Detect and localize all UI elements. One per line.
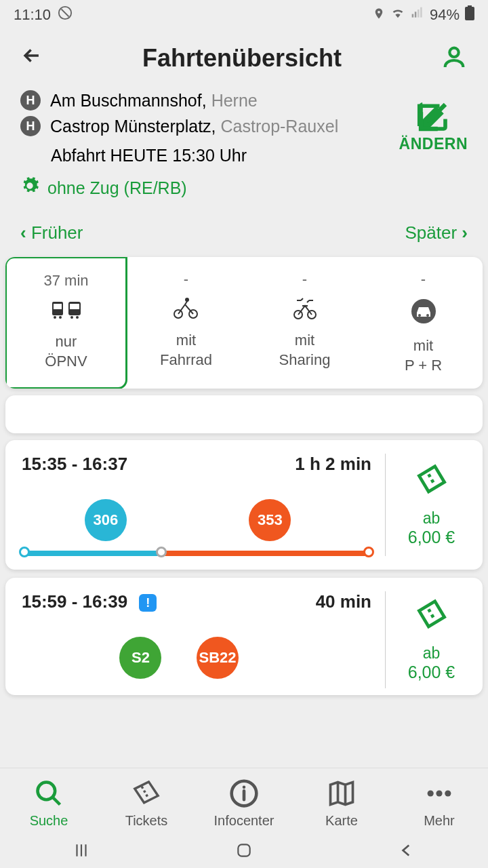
status-time: 11:10	[14, 6, 51, 24]
svg-point-25	[426, 314, 429, 317]
trip-result[interactable]: 15:35 - 16:37 1 h 2 min 306 353 ab 6,00 …	[5, 440, 483, 570]
later-button[interactable]: Später ›	[405, 222, 468, 243]
svg-rect-5	[420, 7, 422, 18]
chevron-right-icon: ›	[457, 222, 468, 243]
mode-tab-opnv[interactable]: 37 min nurÖPNV	[5, 257, 127, 389]
map-icon	[293, 778, 390, 809]
trip-result[interactable]: 15:59 - 16:39 ! 40 min S2 SB22 ab 6,00 €	[5, 578, 483, 695]
wifi-icon	[390, 5, 405, 24]
svg-rect-11	[54, 304, 62, 309]
stop-badge-from: H	[20, 90, 41, 111]
trip-progress-bar	[22, 551, 371, 556]
nav-more[interactable]: Mehr	[390, 778, 488, 829]
more-icon	[390, 778, 488, 809]
trip-price[interactable]: ab 6,00 €	[385, 454, 466, 556]
svg-point-17	[76, 316, 79, 319]
trip-lines: 306 353	[22, 499, 371, 544]
nav-infocenter[interactable]: Infocenter	[195, 778, 293, 829]
mode-tab-pr[interactable]: - mitP + R	[364, 257, 483, 389]
status-app-icon	[58, 5, 73, 24]
page-title: Fahrtenübersicht	[142, 44, 342, 73]
battery-icon	[465, 5, 474, 24]
svg-point-12	[54, 316, 56, 319]
svg-rect-3	[415, 12, 417, 17]
battery-text: 94%	[430, 6, 460, 24]
trip-duration: 1 h 2 min	[295, 454, 371, 475]
mode-tabs: 37 min nurÖPNV - mitFahrrad - mitSharing…	[5, 257, 483, 389]
system-nav	[0, 835, 488, 868]
gear-icon	[20, 176, 39, 199]
ticket-icon	[396, 598, 466, 639]
trip-times: 15:59 - 16:39	[22, 591, 127, 612]
trip-price[interactable]: ab 6,00 €	[385, 591, 466, 688]
tickets-icon	[98, 778, 195, 809]
line-badge: S2	[119, 637, 161, 679]
trip-times: 15:35 - 16:37	[22, 454, 127, 475]
signal-icon	[411, 6, 424, 24]
trip-lines: S2 SB22	[22, 637, 371, 682]
edit-icon	[399, 98, 468, 138]
svg-point-16	[70, 316, 73, 319]
svg-rect-31	[238, 844, 249, 856]
trip-duration: 40 min	[316, 591, 371, 612]
bike-icon	[132, 298, 240, 324]
svg-point-13	[59, 316, 62, 319]
svg-point-20	[185, 298, 189, 302]
sharing-icon	[251, 298, 359, 324]
svg-point-8	[449, 48, 458, 57]
svg-rect-7	[468, 5, 472, 7]
svg-point-24	[418, 314, 421, 317]
search-icon	[0, 778, 98, 809]
status-bar: 11:10 94%	[0, 0, 488, 30]
bottom-nav: Suche Tickets Infocenter Karte Mehr	[0, 768, 488, 835]
line-badge: 353	[249, 499, 291, 541]
from-stop: Am Buschmannshof, Herne	[50, 91, 258, 111]
earlier-button[interactable]: ‹ Früher	[20, 222, 83, 243]
car-icon	[369, 298, 477, 330]
sys-recents[interactable]	[39, 842, 124, 862]
app-header: Fahrtenübersicht	[0, 30, 488, 80]
nav-map[interactable]: Karte	[293, 778, 390, 829]
sys-back[interactable]	[364, 842, 449, 862]
filter-row[interactable]: ohne Zug (RE/RB)	[20, 176, 468, 199]
to-stop: Castrop Münsterplatz, Castrop-Rauxel	[50, 117, 338, 136]
mode-tab-fahrrad[interactable]: - mitFahrrad	[127, 257, 245, 389]
nav-search[interactable]: Suche	[0, 778, 98, 829]
alert-icon: !	[139, 594, 157, 612]
info-icon	[195, 778, 293, 809]
route-summary: H Am Buschmannshof, Herne H Castrop Müns…	[0, 80, 488, 213]
svg-rect-4	[418, 9, 420, 18]
spacer-card	[5, 395, 483, 433]
mode-tab-sharing[interactable]: - mitSharing	[245, 257, 364, 389]
line-badge: 306	[85, 499, 127, 541]
location-icon	[373, 6, 385, 24]
line-badge: SB22	[197, 637, 239, 679]
svg-point-30	[445, 790, 451, 796]
profile-button[interactable]	[441, 43, 468, 73]
svg-rect-15	[70, 304, 79, 309]
filter-text: ohne Zug (RE/RB)	[47, 178, 187, 198]
svg-rect-6	[465, 7, 474, 20]
edit-route-button[interactable]: ÄNDERN	[399, 98, 468, 153]
stop-badge-to: H	[20, 116, 41, 136]
nav-tickets[interactable]: Tickets	[98, 778, 195, 829]
svg-point-28	[428, 790, 434, 796]
chevron-left-icon: ‹	[20, 222, 31, 243]
edit-label: ÄNDERN	[399, 135, 468, 153]
back-button[interactable]	[20, 44, 43, 73]
tram-bus-icon	[12, 299, 120, 326]
svg-rect-2	[412, 14, 414, 18]
svg-point-29	[436, 790, 442, 796]
svg-point-26	[38, 783, 56, 800]
svg-line-1	[62, 9, 69, 17]
ticket-icon	[396, 463, 466, 504]
sys-home[interactable]	[201, 842, 287, 862]
